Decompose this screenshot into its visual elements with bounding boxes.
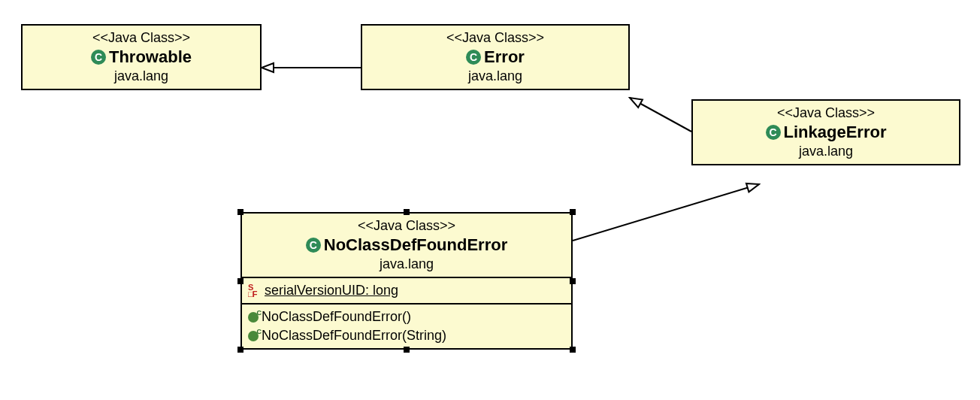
class-name: Throwable [109, 47, 192, 67]
fields-compartment: S□F serialVersionUID: long [242, 277, 571, 303]
class-icon: C [766, 125, 781, 140]
stereotype-label: <<Java Class>> [250, 218, 564, 234]
edge-noclassdef-to-linkage [573, 184, 759, 241]
constructor-text: NoClassDefFoundError(String) [262, 328, 446, 344]
class-name: Error [484, 47, 525, 67]
package-label: java.lang [700, 144, 951, 159]
selection-handle[interactable] [404, 209, 410, 215]
package-label: java.lang [370, 68, 621, 84]
package-label: java.lang [30, 68, 253, 84]
class-icon: C [91, 50, 106, 65]
selection-handle[interactable] [570, 209, 576, 215]
class-header: <<Java Class>> C Throwable java.lang [23, 26, 260, 89]
class-icon: C [466, 50, 481, 65]
selection-handle[interactable] [237, 347, 243, 353]
class-noclassdeffounderror[interactable]: <<Java Class>> C NoClassDefFoundError ja… [240, 212, 573, 350]
stereotype-label: <<Java Class>> [30, 30, 253, 46]
constructor-text: NoClassDefFoundError() [262, 309, 411, 325]
stereotype-label: <<Java Class>> [370, 30, 621, 46]
stereotype-label: <<Java Class>> [700, 105, 951, 121]
selection-handle[interactable] [570, 278, 576, 284]
class-linkageerror[interactable]: <<Java Class>> C LinkageError java.lang [691, 99, 960, 165]
class-header: <<Java Class>> C LinkageError java.lang [693, 101, 959, 164]
constructor-icon [248, 312, 259, 323]
constructor-row[interactable]: NoClassDefFoundError() [248, 308, 565, 326]
field-text: serialVersionUID: long [265, 283, 398, 298]
methods-compartment: NoClassDefFoundError() NoClassDefFoundEr… [242, 303, 571, 348]
diagram-canvas[interactable]: <<Java Class>> C Throwable java.lang <<J… [0, 0, 980, 400]
selection-handle[interactable] [404, 347, 410, 353]
edge-linkage-to-error [630, 98, 691, 132]
class-error[interactable]: <<Java Class>> C Error java.lang [361, 24, 630, 90]
package-label: java.lang [250, 256, 564, 272]
constructor-icon [248, 331, 259, 341]
class-header: <<Java Class>> C NoClassDefFoundError ja… [242, 214, 571, 277]
class-name: LinkageError [784, 123, 887, 142]
class-throwable[interactable]: <<Java Class>> C Throwable java.lang [21, 24, 262, 90]
field-row[interactable]: S□F serialVersionUID: long [248, 281, 565, 300]
static-final-icon: S□F [248, 284, 262, 298]
selection-handle[interactable] [237, 209, 243, 215]
class-icon: C [306, 238, 321, 253]
constructor-row[interactable]: NoClassDefFoundError(String) [248, 326, 565, 345]
class-header: <<Java Class>> C Error java.lang [362, 26, 628, 89]
selection-handle[interactable] [570, 347, 576, 353]
selection-handle[interactable] [237, 278, 243, 284]
class-name: NoClassDefFoundError [324, 235, 507, 255]
